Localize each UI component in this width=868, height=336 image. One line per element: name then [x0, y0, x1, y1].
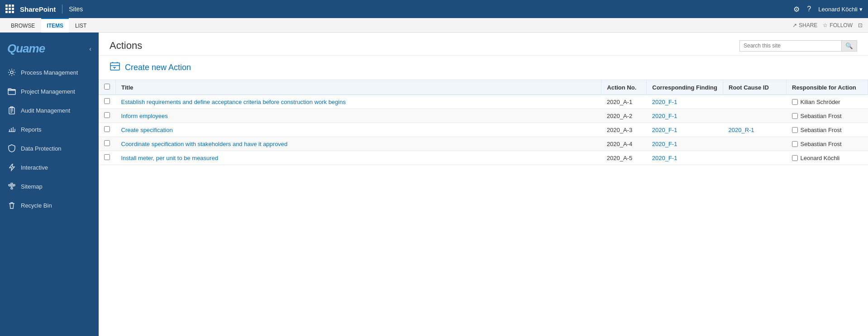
page-title: Actions: [110, 40, 142, 52]
svg-rect-5: [11, 183, 13, 185]
row-finding: 2020_F-1: [647, 109, 723, 123]
main-layout: Quame ‹ Process Management: [0, 33, 868, 336]
row-title-link[interactable]: Install meter, per unit to be measured: [121, 155, 219, 161]
user-chevron-icon: ▾: [859, 6, 863, 13]
sidebar-item-label: Reports: [21, 126, 42, 133]
row-finding-link[interactable]: 2020_F-1: [652, 141, 677, 147]
row-title-cell: Inform employees: [116, 109, 601, 123]
sidebar-item-sitemap[interactable]: Sitemap: [0, 177, 99, 196]
create-action-bar: Create new Action: [99, 56, 868, 80]
row-root-cause: [723, 137, 787, 151]
row-responsible: Sebastian Frost: [787, 109, 868, 123]
tab-browse[interactable]: BROWSE: [5, 18, 40, 33]
create-action-title[interactable]: Create new Action: [125, 63, 191, 72]
logo: Quame: [7, 42, 45, 56]
follow-button[interactable]: ☆ FOLLOW: [823, 22, 853, 28]
resp-name: Leonard Köchli: [801, 155, 840, 161]
app-title[interactable]: SharePoint: [20, 5, 56, 13]
header-action-no: Action No.: [601, 80, 647, 95]
sites-link[interactable]: Sites: [69, 5, 83, 13]
search-box: 🔍: [739, 40, 857, 52]
row-finding-link[interactable]: 2020_F-1: [652, 113, 677, 119]
sidebar-item-process-management[interactable]: Process Management: [0, 63, 99, 82]
resp-checkbox[interactable]: [792, 127, 798, 133]
ribbon-bar: BROWSE ITEMS LIST ↗ SHARE ☆ FOLLOW ⊡: [0, 18, 868, 33]
row-checkbox[interactable]: [104, 98, 110, 104]
lightning-icon: [7, 163, 16, 172]
follow-icon: ☆: [823, 22, 828, 28]
logo-accent: e: [39, 42, 45, 55]
resp-checkbox[interactable]: [792, 141, 798, 147]
sidebar-logo-area: Quame ‹: [0, 33, 99, 63]
row-action-no: 2020_A-1: [601, 95, 647, 109]
sidebar-item-label: Audit Management: [21, 107, 70, 114]
sidebar-item-data-protection[interactable]: Data Protection: [0, 139, 99, 158]
nav-divider: [62, 5, 62, 14]
sidebar-item-recycle-bin[interactable]: Recycle Bin: [0, 196, 99, 215]
sidebar-collapse-button[interactable]: ‹: [89, 45, 91, 52]
resp-name: Sebastian Frost: [801, 127, 842, 133]
sidebar-item-label: Sitemap: [21, 183, 43, 190]
row-checkbox-cell: [99, 137, 116, 151]
chart-icon: [7, 125, 16, 134]
sidebar-item-project-management[interactable]: Project Management: [0, 82, 99, 101]
svg-point-0: [10, 71, 13, 74]
resp-checkbox[interactable]: [792, 155, 798, 161]
row-checkbox-cell: [99, 109, 116, 123]
gear-icon: [7, 68, 16, 77]
row-finding: 2020_F-1: [647, 151, 723, 165]
top-navigation: SharePoint Sites ⚙ ? Leonard Köchli ▾: [0, 0, 868, 18]
row-action-no: 2020_A-5: [601, 151, 647, 165]
header-root-cause: Root Cause ID: [723, 80, 787, 95]
row-finding: 2020_F-1: [647, 137, 723, 151]
share-button[interactable]: ↗ SHARE: [792, 22, 817, 28]
row-checkbox[interactable]: [104, 140, 110, 146]
row-title-link[interactable]: Coordinate specification with stakeholde…: [121, 141, 288, 147]
row-action-no: 2020_A-4: [601, 137, 647, 151]
row-root-cause: [723, 109, 787, 123]
row-title-link[interactable]: Inform employees: [121, 113, 168, 119]
row-root-cause: [723, 151, 787, 165]
popout-button[interactable]: ⊡: [858, 22, 863, 28]
table-row: Inform employees2020_A-22020_F-1Sebastia…: [99, 109, 868, 123]
row-title-cell: Coordinate specification with stakeholde…: [116, 137, 601, 151]
settings-icon[interactable]: ⚙: [793, 5, 800, 14]
search-button[interactable]: 🔍: [841, 41, 857, 51]
table-row: Establish requirements and define accept…: [99, 95, 868, 109]
row-finding-link[interactable]: 2020_F-1: [652, 155, 677, 161]
sidebar-item-audit-management[interactable]: Audit Management: [0, 101, 99, 120]
row-title-link[interactable]: Establish requirements and define accept…: [121, 99, 346, 105]
sidebar-item-interactive[interactable]: Interactive: [0, 158, 99, 177]
select-all-checkbox[interactable]: [104, 84, 110, 90]
row-checkbox[interactable]: [104, 154, 110, 160]
svg-rect-7: [11, 188, 13, 189]
row-root-cause-link[interactable]: 2020_R-1: [729, 127, 754, 133]
row-finding-link[interactable]: 2020_F-1: [652, 127, 677, 133]
tab-list[interactable]: LIST: [70, 18, 92, 33]
search-input[interactable]: [740, 41, 841, 51]
resp-checkbox[interactable]: [792, 113, 798, 119]
table-header-row: Title Action No. Corresponding Finding R…: [99, 80, 868, 95]
share-icon: ↗: [792, 22, 797, 28]
row-title-cell: Install meter, per unit to be measured: [116, 151, 601, 165]
row-title-link[interactable]: Create specification: [121, 127, 173, 133]
tab-items[interactable]: ITEMS: [41, 18, 69, 33]
sidebar-item-label: Project Management: [21, 88, 75, 95]
user-menu[interactable]: Leonard Köchli ▾: [818, 6, 863, 13]
row-checkbox[interactable]: [104, 126, 110, 132]
resp-checkbox[interactable]: [792, 99, 798, 105]
row-responsible: Kilian Schröder: [787, 95, 868, 109]
row-checkbox-cell: [99, 123, 116, 137]
logo-main: Quam: [7, 42, 39, 55]
help-icon[interactable]: ?: [807, 5, 811, 13]
trash-icon: [7, 201, 16, 210]
row-finding-link[interactable]: 2020_F-1: [652, 99, 677, 105]
row-title-cell: Establish requirements and define accept…: [116, 95, 601, 109]
resp-name: Sebastian Frost: [801, 113, 842, 119]
sidebar-item-label: Process Management: [21, 69, 78, 76]
sidebar-item-label: Data Protection: [21, 145, 62, 152]
sidebar-item-reports[interactable]: Reports: [0, 120, 99, 139]
sidebar-item-label: Recycle Bin: [21, 202, 52, 209]
grid-icon[interactable]: [5, 5, 14, 14]
row-checkbox[interactable]: [104, 112, 110, 118]
